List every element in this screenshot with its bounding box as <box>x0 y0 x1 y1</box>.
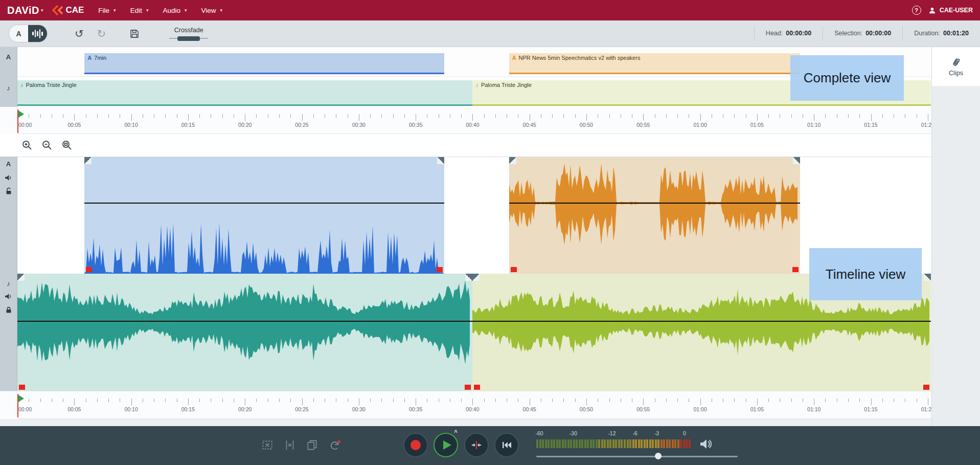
ruler-time-label: 00:45 <box>523 122 536 128</box>
fade-marker-left[interactable] <box>511 267 517 272</box>
revert-button[interactable] <box>328 438 341 452</box>
ruler-tick <box>621 398 621 402</box>
zoom-out-button[interactable] <box>40 138 54 152</box>
cut-selection-button[interactable] <box>283 438 297 452</box>
fade-marker-right[interactable] <box>465 385 471 390</box>
timeline-clip[interactable] <box>509 157 801 274</box>
redo-button[interactable]: ↻ <box>97 28 106 39</box>
menu-audio[interactable]: Audio▾ <box>163 7 187 14</box>
volume-slider-handle[interactable] <box>655 453 662 459</box>
timeline-clip[interactable] <box>17 274 472 391</box>
ruler-tick <box>848 398 849 402</box>
overview-clip[interactable]: A7min <box>84 53 444 74</box>
clip-handle-top-right[interactable] <box>793 157 800 164</box>
ruler-tick <box>325 398 325 402</box>
ruler-tick <box>518 114 518 118</box>
speech-track-mute-button[interactable] <box>0 174 17 183</box>
ruler-time-label: 00:20 <box>238 406 252 412</box>
timeline-clip[interactable] <box>84 157 444 274</box>
clip-handle-top-left[interactable] <box>84 157 92 164</box>
ruler-tick <box>52 398 52 402</box>
ruler-time-label: 00:40 <box>466 406 479 412</box>
undo-button[interactable]: ↺ <box>75 28 84 39</box>
clip-handle-top-left[interactable] <box>509 157 516 164</box>
play-options-caret[interactable]: ^ <box>454 429 458 436</box>
ruler-tick <box>439 114 439 118</box>
fade-marker-right[interactable] <box>792 267 799 272</box>
meter-segment <box>624 439 626 448</box>
meter-segment <box>644 439 646 448</box>
ruler-tick <box>632 114 632 118</box>
gain-line[interactable] <box>472 321 931 322</box>
zoom-in-button[interactable] <box>20 138 34 152</box>
clip-handle-top-right[interactable] <box>924 274 931 281</box>
ruler-tick <box>655 114 655 118</box>
gain-line[interactable] <box>509 203 801 204</box>
select-region-button[interactable] <box>261 438 274 452</box>
zoom-fit-button[interactable] <box>60 138 74 152</box>
volume-slider-track[interactable] <box>536 456 738 457</box>
clip-handle-top-left[interactable] <box>472 274 480 281</box>
overview-playhead-marker-icon[interactable] <box>18 110 24 118</box>
split-at-playhead-button[interactable] <box>464 433 489 457</box>
mode-a-button[interactable]: A <box>9 25 28 42</box>
clip-handle-top-right[interactable] <box>465 274 472 281</box>
fade-marker-left[interactable] <box>474 385 480 390</box>
speaker-icon <box>5 174 12 181</box>
ruler-tick <box>279 398 280 402</box>
timeline-ruler[interactable]: 00:0000:0500:1000:1500:2000:2500:3000:35… <box>17 391 931 419</box>
menu-view[interactable]: View▾ <box>201 7 222 14</box>
copy-button[interactable] <box>306 438 319 452</box>
music-track-lock-button[interactable] <box>0 306 17 316</box>
help-icon[interactable]: ? <box>912 6 921 15</box>
clip-handle-top-right[interactable] <box>437 157 444 164</box>
speech-track-lock-button[interactable] <box>0 187 17 197</box>
record-button[interactable] <box>403 433 428 457</box>
ruler-tick <box>120 398 120 402</box>
chevron-down-icon: ▾ <box>146 8 149 13</box>
logo-chevron-icon[interactable]: ▾ <box>41 8 43 13</box>
clip-handle-top-left[interactable] <box>17 274 25 281</box>
user-menu[interactable]: CAE-USER <box>928 7 973 14</box>
meter-tick-label: 0 <box>683 430 686 436</box>
cae-logo-icon <box>51 5 63 16</box>
ruler-tick <box>302 398 303 405</box>
ruler-time-label: 01:05 <box>750 122 764 128</box>
ruler-tick <box>598 114 598 118</box>
ruler-tick <box>837 398 837 402</box>
ruler-time-label: 00:35 <box>409 406 422 412</box>
fade-marker-left[interactable] <box>86 267 92 272</box>
overview-clip[interactable]: ANPR News 5min Speechmatics v2 with spea… <box>509 53 801 74</box>
music-track-mute-button[interactable] <box>0 293 17 302</box>
gain-line[interactable] <box>84 203 444 204</box>
menu-file[interactable]: File▾ <box>98 7 116 14</box>
skip-to-start-icon <box>502 441 512 449</box>
menu-view-label: View <box>201 7 216 14</box>
view-mode-toggle[interactable]: A <box>9 25 47 42</box>
fade-marker-right[interactable] <box>923 385 929 390</box>
ruler-tick <box>211 398 211 402</box>
ruler-time-label: 01:20 <box>921 406 931 412</box>
ruler-tick <box>563 114 564 118</box>
selection-icon <box>261 438 274 452</box>
fade-marker-right[interactable] <box>437 267 443 272</box>
skip-to-start-button[interactable] <box>494 433 519 457</box>
ruler-tick <box>882 398 883 402</box>
overview-ruler[interactable]: 00:0000:0500:1000:1500:2000:2500:3000:35… <box>17 107 931 134</box>
clips-button[interactable]: Clips <box>932 47 980 86</box>
fade-marker-left[interactable] <box>19 385 25 390</box>
crossfade-button[interactable]: Crossfade <box>169 27 208 41</box>
timeline-playhead-marker-icon[interactable] <box>18 395 24 402</box>
ruler-tick <box>393 114 394 118</box>
monitor-volume-button[interactable] <box>699 438 713 450</box>
meter-segment <box>587 439 589 448</box>
menu-edit[interactable]: Edit▾ <box>130 7 149 14</box>
mode-waveform-button[interactable] <box>28 25 47 42</box>
gain-line[interactable] <box>17 321 472 322</box>
meter-segment <box>669 439 671 448</box>
ruler-tick <box>268 114 268 118</box>
play-button[interactable] <box>434 433 458 457</box>
save-button[interactable] <box>129 29 140 39</box>
ruler-time-label: 00:00 <box>18 406 32 412</box>
overview-clip[interactable]: ♪Paloma Triste Jingle <box>17 80 472 106</box>
